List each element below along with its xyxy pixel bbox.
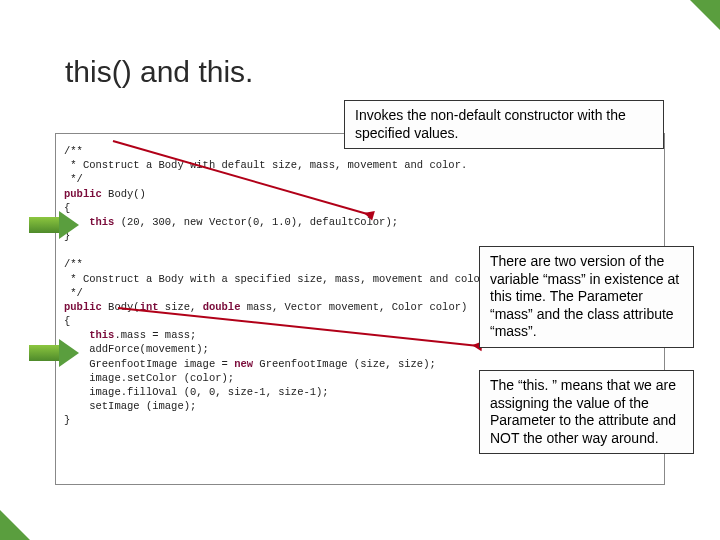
code-line: * Construct a Body with a specified size… xyxy=(64,273,492,285)
code-text: Body() xyxy=(102,188,146,200)
code-line: * Construct a Body with default size, ma… xyxy=(64,159,467,171)
code-line: */ xyxy=(64,287,83,299)
code-line: /** xyxy=(64,258,83,270)
code-text: GreenfootImage image = xyxy=(64,358,234,370)
callout-top: Invokes the non-default constructor with… xyxy=(344,100,664,149)
code-text: mass, Vector movement, Color color) xyxy=(240,301,467,313)
code-keyword: public xyxy=(64,188,102,200)
corner-accent-top-right xyxy=(690,0,720,30)
code-keyword: this xyxy=(89,216,114,228)
code-line: /** xyxy=(64,145,83,157)
arrow-green-icon xyxy=(29,339,81,367)
arrow-green-icon xyxy=(29,211,81,239)
code-line: setImage (image); xyxy=(64,400,196,412)
slide-title: this() and this. xyxy=(65,55,253,89)
code-line: addForce(movement); xyxy=(64,343,209,355)
callout-bottom: The “this. ” means that we are assigning… xyxy=(479,370,694,454)
code-keyword: double xyxy=(203,301,241,313)
code-text: GreenfootImage (size, size); xyxy=(253,358,436,370)
callout-mid: There are two version of the variable “m… xyxy=(479,246,694,348)
code-line: image.setColor (color); xyxy=(64,372,234,384)
code-keyword: this xyxy=(89,329,114,341)
code-line: image.fillOval (0, 0, size-1, size-1); xyxy=(64,386,329,398)
code-text: (20, 300, new Vector(0, 1.0), defaultCol… xyxy=(114,216,398,228)
code-line: */ xyxy=(64,173,83,185)
code-line: { xyxy=(64,315,70,327)
code-line: } xyxy=(64,414,70,426)
code-keyword: public xyxy=(64,301,102,313)
code-text: .mass = mass; xyxy=(114,329,196,341)
code-keyword: new xyxy=(234,358,253,370)
corner-accent-bottom-left xyxy=(0,510,30,540)
